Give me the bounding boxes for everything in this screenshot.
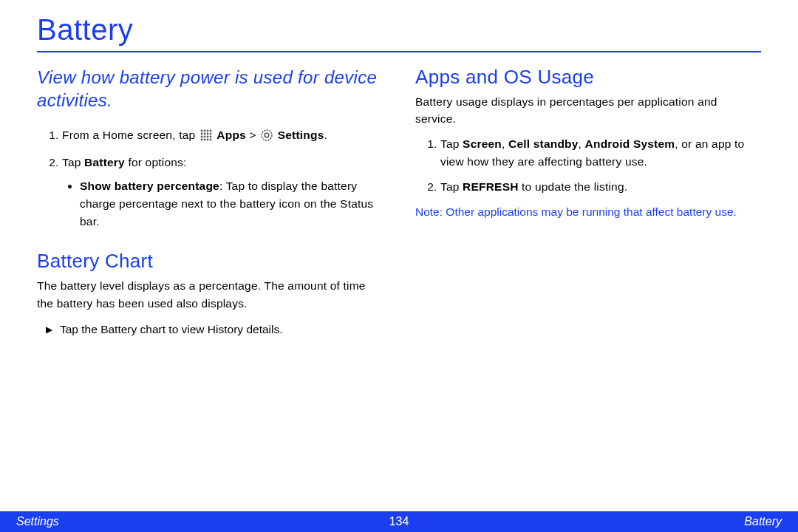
r1b2: Cell standby [508,137,579,150]
r1b3: Android System [585,137,675,150]
getting-started-steps: From a Home screen, tap Apps > Settings.… [37,126,383,231]
r1a: Tap [440,137,463,150]
svg-point-12 [200,139,202,141]
svg-point-11 [209,136,211,138]
svg-point-17 [265,134,269,138]
svg-point-7 [209,133,211,135]
apps-os-heading: Apps and OS Usage [415,66,761,89]
r2b: to update the listing. [519,180,628,193]
page: Battery View how battery power is used f… [0,0,798,532]
apps-os-body: Battery usage displays in percentages pe… [415,93,761,128]
footer: Settings 134 Battery [0,511,798,532]
svg-point-5 [203,133,205,135]
battery-chart-actions: Tap the Battery chart to view History de… [37,321,383,338]
step-2-bold: Battery [84,156,125,168]
apps-os-steps: Tap Screen, Cell standby, Android System… [415,135,761,196]
step-1-settings: Settings [278,129,324,141]
r1c2: , [579,137,585,150]
svg-point-0 [200,130,202,132]
battery-chart-body: The battery level displays as a percenta… [37,277,383,312]
intro-text: View how battery power is used for devic… [37,66,383,112]
step-2: Tap Battery for options: Show battery pe… [62,154,383,231]
apps-grid-icon [200,129,212,146]
footer-left: Settings [16,515,59,528]
svg-point-16 [262,130,272,140]
svg-point-6 [206,133,208,135]
svg-point-14 [206,139,208,141]
step-1-apps: Apps [216,129,246,141]
svg-point-9 [203,136,205,138]
right-column: Apps and OS Usage Battery usage displays… [415,66,761,338]
battery-chart-heading: Battery Chart [37,250,383,273]
r1c1: , [502,137,508,150]
apps-step-2: Tap REFRESH to update the listing. [440,178,761,196]
note: Note: Other applications may be running … [415,203,761,220]
svg-point-10 [206,136,208,138]
battery-chart-tap: Tap the Battery chart to view History de… [46,321,383,338]
step-2-a: Tap [62,156,84,168]
apps-step-1: Tap Screen, Cell standby, Android System… [440,135,761,171]
r1b1: Screen [463,137,502,150]
svg-point-8 [200,136,202,138]
bullet-show-percentage: Show battery percentage: Tap to display … [80,177,383,231]
step-1-end: . [324,129,327,141]
step-1-text-a: From a Home screen, tap [62,129,199,141]
svg-point-1 [203,130,205,132]
svg-point-2 [206,130,208,132]
footer-page-number: 134 [389,515,409,528]
step-2-b: for options: [125,156,187,168]
bullet-bold: Show battery percentage [80,180,219,192]
left-column: View how battery power is used for devic… [37,66,383,338]
note-rest: : Other applications may be running that… [440,205,737,218]
step-2-bullets: Show battery percentage: Tap to display … [62,177,383,231]
svg-point-3 [209,130,211,132]
step-1-gt: > [246,129,259,141]
step-1: From a Home screen, tap Apps > Settings. [62,126,383,146]
svg-point-13 [203,139,205,141]
footer-right: Battery [744,515,782,528]
r2bold: REFRESH [463,180,518,193]
content-columns: View how battery power is used for devic… [37,66,761,338]
r2a: Tap [440,180,463,193]
svg-point-15 [209,139,211,141]
note-label: Note [415,205,440,218]
page-title: Battery [37,13,761,47]
settings-gear-icon [261,129,273,146]
title-rule [37,51,761,52]
svg-point-4 [200,133,202,135]
